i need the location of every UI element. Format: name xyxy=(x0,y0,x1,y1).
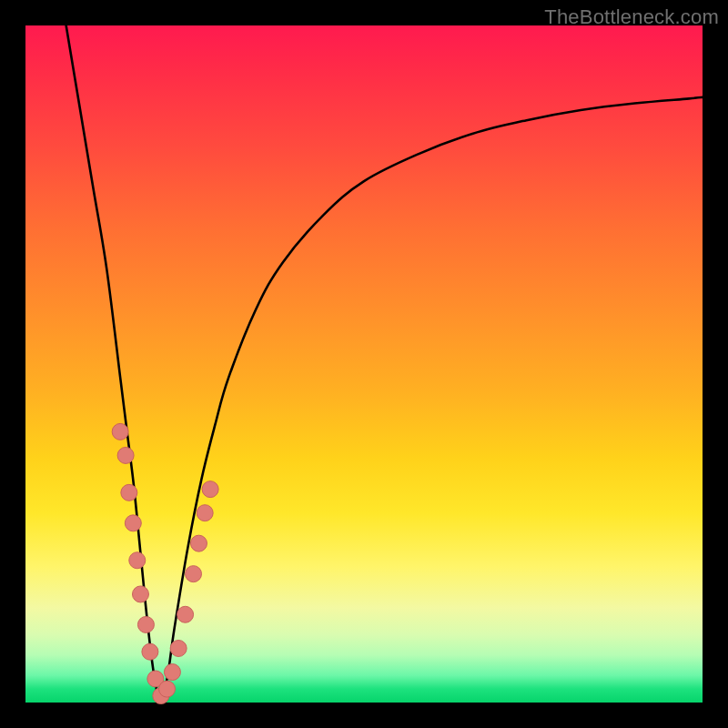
bottleneck-curve xyxy=(66,25,703,703)
data-marker xyxy=(117,447,134,463)
data-marker xyxy=(164,664,180,681)
data-marker xyxy=(202,481,218,498)
data-marker xyxy=(112,423,128,440)
chart-frame: TheBottleneck.com xyxy=(0,0,728,728)
plot-area xyxy=(25,25,703,703)
data-marker xyxy=(170,640,187,656)
chart-svg xyxy=(25,25,703,703)
data-marker xyxy=(137,616,154,632)
data-marker xyxy=(121,484,137,500)
data-marker xyxy=(197,505,213,521)
data-marker xyxy=(125,515,141,531)
data-marker xyxy=(186,566,202,582)
data-marker xyxy=(132,586,148,602)
data-marker xyxy=(159,681,176,697)
data-marker xyxy=(129,552,146,569)
data-marker xyxy=(142,643,158,660)
data-marker xyxy=(190,535,207,551)
data-marker xyxy=(177,606,194,622)
data-markers xyxy=(112,423,218,703)
